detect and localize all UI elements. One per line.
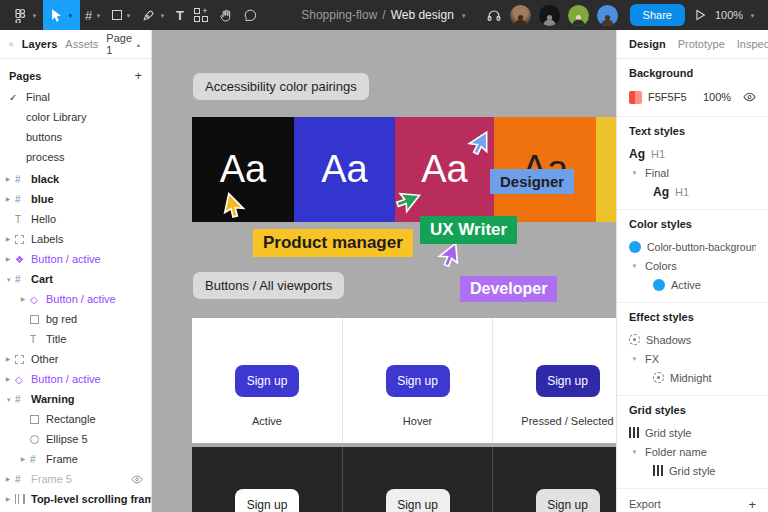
move-tool-button[interactable]: ▼ <box>43 0 80 30</box>
visibility-eye-icon[interactable] <box>743 92 756 102</box>
text-style-item[interactable]: Ag H1 <box>629 144 756 163</box>
frame-icon: # <box>15 194 31 205</box>
chevron-down-icon: ▼ <box>750 12 756 18</box>
page-item[interactable]: ✓ Final <box>9 87 142 107</box>
grid-style-item[interactable]: Grid style <box>629 423 756 442</box>
caret-right-icon[interactable]: ▶ <box>6 356 15 363</box>
add-page-button[interactable]: + <box>134 68 142 83</box>
resources-button[interactable]: + <box>189 0 213 30</box>
share-button[interactable]: Share <box>630 4 685 26</box>
export-section[interactable]: Export + <box>617 489 768 512</box>
signup-button-hover[interactable]: Sign up <box>386 365 450 397</box>
hand-tool-button[interactable] <box>213 0 238 30</box>
layer-row[interactable]: ▶#black <box>0 169 151 189</box>
figma-menu-button[interactable]: ▼ <box>8 0 43 30</box>
layer-row[interactable]: ▶Labels <box>0 229 151 249</box>
page-selector[interactable]: Page 1 ▲ <box>106 32 142 56</box>
effect-style-item[interactable]: Shadows <box>629 330 756 349</box>
caret-down-icon[interactable]: ▼ <box>6 396 15 402</box>
rectangle-icon <box>30 415 46 424</box>
page-item[interactable]: process <box>9 147 142 167</box>
layer-row[interactable]: Rectangle <box>0 409 151 429</box>
file-title[interactable]: Shopping-flow / Web design ▼ <box>301 0 467 30</box>
frame-tool-button[interactable]: # ▼ <box>80 0 107 30</box>
layer-row[interactable]: ▶#Frame <box>0 449 151 469</box>
play-icon[interactable] <box>693 8 707 22</box>
text-style-item[interactable]: Ag H1 <box>653 182 756 201</box>
sidebar-header: Layers Assets Page 1 ▲ <box>0 30 151 59</box>
layer-row[interactable]: Ellipse 5 <box>0 429 151 449</box>
color-style-item[interactable]: Color-button-background-active <box>629 237 756 256</box>
page-item[interactable]: buttons <box>9 127 142 147</box>
state-column: Sign up <box>342 447 492 512</box>
tab-design[interactable]: Design <box>629 38 666 50</box>
page-item[interactable]: color Library <box>9 107 142 127</box>
state-column: Sign up <box>492 447 616 512</box>
signup-button-dark-2[interactable]: Sign up <box>386 489 450 512</box>
zoom-control[interactable]: 100% ▼ <box>715 9 756 21</box>
layer-row[interactable]: bg red <box>0 309 151 329</box>
layer-row[interactable]: ▼#Cart <box>0 269 151 289</box>
layer-row[interactable]: ▶#Frame 5 <box>0 469 151 489</box>
add-export-button[interactable]: + <box>748 497 756 512</box>
comment-tool-button[interactable] <box>238 0 263 30</box>
color-style-folder[interactable]: ▼ Colors <box>631 256 756 275</box>
text-style-folder[interactable]: ▼ Final <box>631 163 756 182</box>
tab-inspect[interactable]: Inspect <box>737 38 768 50</box>
caret-right-icon[interactable]: ▶ <box>6 196 15 203</box>
pen-tool-button[interactable]: ▼ <box>137 0 171 30</box>
shape-tool-button[interactable]: ▼ <box>107 0 137 30</box>
caret-right-icon[interactable]: ▶ <box>6 256 15 263</box>
signup-button-active[interactable]: Sign up <box>235 365 299 397</box>
button-states-frame-dark[interactable]: Sign up Sign up Sign up <box>192 447 616 512</box>
caret-right-icon[interactable]: ▶ <box>21 456 30 463</box>
signup-button-dark-1[interactable]: Sign up <box>235 489 299 512</box>
caret-down-icon[interactable]: ▼ <box>6 276 15 282</box>
avatar[interactable] <box>597 5 618 26</box>
layer-row[interactable]: ▶Top-level scrolling frame <box>0 489 151 509</box>
grid-styles-header: Grid styles <box>629 404 756 419</box>
caret-right-icon[interactable]: ▶ <box>6 176 15 183</box>
tab-prototype[interactable]: Prototype <box>678 38 725 50</box>
caret-right-icon[interactable]: ▶ <box>21 296 30 303</box>
effect-style-folder[interactable]: ▼ FX <box>631 349 756 368</box>
layer-row[interactable]: ▶#blue <box>0 189 151 209</box>
visibility-eye-icon[interactable] <box>131 475 143 484</box>
caret-right-icon[interactable]: ▶ <box>6 236 15 243</box>
figma-app: ▼ ▼ # ▼ ▼ ▼ T + <box>0 0 768 512</box>
toolbar-right: Share 100% ▼ <box>486 0 768 30</box>
signup-button-dark-3[interactable]: Sign up <box>536 489 600 512</box>
avatar[interactable] <box>568 5 589 26</box>
layer-row[interactable]: ▶◇Button / active <box>0 289 151 309</box>
signup-button-pressed[interactable]: Sign up <box>536 365 600 397</box>
background-opacity-value[interactable]: 100% <box>703 91 737 103</box>
caret-right-icon[interactable]: ▶ <box>6 496 15 503</box>
layer-row[interactable]: ▼#Warning <box>0 389 151 409</box>
headphones-icon[interactable] <box>486 7 502 23</box>
caret-right-icon[interactable]: ▶ <box>6 376 15 383</box>
effect-style-item[interactable]: Midnight <box>653 368 756 387</box>
canvas[interactable]: Accessibility color pairings Aa Aa Aa Aa… <box>152 30 616 512</box>
search-icon[interactable] <box>9 39 14 50</box>
layer-row[interactable]: THello <box>0 209 151 229</box>
button-states-frame-light[interactable]: Sign up Active Sign up Hover Sign up Pre… <box>192 318 616 443</box>
background-hex-value[interactable]: F5F5F5 <box>648 91 697 103</box>
avatar[interactable] <box>539 5 560 26</box>
caret-right-icon[interactable]: ▶ <box>6 476 15 483</box>
tab-assets[interactable]: Assets <box>65 38 98 50</box>
tab-layers[interactable]: Layers <box>22 38 57 50</box>
grid-style-folder[interactable]: ▼ Folder name <box>631 442 756 461</box>
layer-row[interactable]: TTitle <box>0 329 151 349</box>
state-column: Sign up Pressed / Selected <box>492 318 616 443</box>
layer-row[interactable]: ▶◇Button / active <box>0 369 151 389</box>
layer-row[interactable]: ▶Other <box>0 349 151 369</box>
background-color-swatch[interactable] <box>629 91 642 104</box>
scroll-frame-icon <box>15 494 31 504</box>
color-swatch-blue[interactable]: Aa <box>294 117 395 222</box>
layer-row[interactable]: ▶❖Button / active <box>0 249 151 269</box>
grid-style-item[interactable]: Grid style <box>653 461 756 480</box>
color-swatch-yellow[interactable] <box>596 117 616 222</box>
text-tool-button[interactable]: T <box>171 0 189 30</box>
avatar[interactable] <box>510 5 531 26</box>
color-style-item[interactable]: Active <box>653 275 756 294</box>
